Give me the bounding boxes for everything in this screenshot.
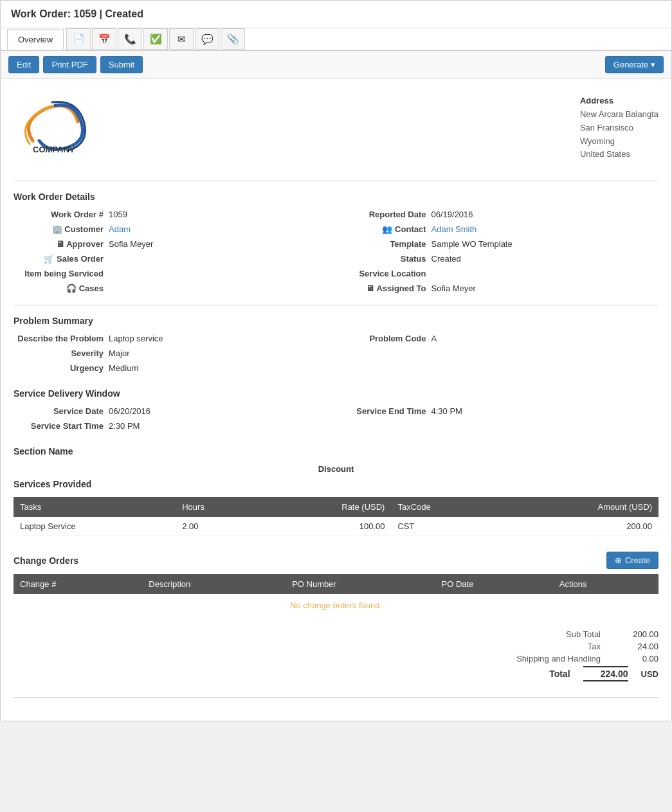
services-table-head: Tasks Hours Rate (USD) TaxCode Amount (U… xyxy=(14,497,658,517)
assigned-to-icon: 🖥 xyxy=(366,284,376,293)
section-divider-1 xyxy=(14,181,658,181)
problem-code-label: Problem Code xyxy=(336,334,426,343)
change-orders-table-body: No change orders found. xyxy=(14,594,658,617)
reported-date-value: 06/19/2016 xyxy=(431,210,473,219)
tasks-header: Tasks xyxy=(14,497,176,517)
attachment-icon-tab[interactable]: 📎 xyxy=(221,28,245,50)
change-orders-table: Change # Description PO Number PO Date A… xyxy=(14,574,658,617)
severity-value: Major xyxy=(109,348,130,358)
customer-row: 🏢 Customer Adam xyxy=(14,224,336,234)
shipping-value: 0.00 xyxy=(613,654,658,663)
taxcode-cell: CST xyxy=(391,517,500,536)
address-line-4: United States xyxy=(580,148,658,161)
chat-icon-tab[interactable]: 💬 xyxy=(195,28,219,50)
urgency-value: Medium xyxy=(109,363,138,373)
customer-value[interactable]: Adam xyxy=(109,224,131,234)
hours-header: Hours xyxy=(176,497,259,517)
work-order-details-title: Work Order Details xyxy=(14,192,658,202)
assigned-to-label: 🖥 Assigned To xyxy=(336,284,426,293)
actions-header: Actions xyxy=(553,574,658,594)
contact-value[interactable]: Adam Smith xyxy=(431,224,477,234)
change-orders-empty-row: No change orders found. xyxy=(14,594,658,617)
service-end-value: 4:30 PM xyxy=(431,406,462,416)
status-value: Created xyxy=(431,254,461,264)
service-date-label: Service Date xyxy=(14,406,104,416)
status-row: Status Created xyxy=(336,254,659,264)
sales-order-icon: 🛒 xyxy=(44,254,57,264)
service-start-row: Service Start Time 2:30 PM xyxy=(14,421,336,431)
plus-circle-icon: ⊕ xyxy=(615,555,622,565)
details-col-left: Work Order # 1059 🏢 Customer Adam 🖥 xyxy=(14,210,336,298)
edit-button[interactable]: Edit xyxy=(8,56,39,73)
generate-button[interactable]: Generate ▾ xyxy=(605,56,664,73)
work-order-details-section: Work Order Details Work Order # 1059 🏢 C… xyxy=(14,192,658,298)
rate-header: Rate (USD) xyxy=(259,497,391,517)
problem-code-row: Problem Code A xyxy=(336,334,659,343)
problem-code-value: A xyxy=(431,334,437,343)
company-logo: COMPANY xyxy=(14,96,97,154)
address-line-1: New Arcara Balangta xyxy=(580,108,658,122)
totals-table: Sub Total 200.00 Tax 24.00 Shipping and … xyxy=(466,629,658,684)
address-line-3: Wyoming xyxy=(580,135,658,149)
tax-value: 24.00 xyxy=(613,642,658,651)
problem-summary-grid: Describe the Problem Laptop service Seve… xyxy=(14,334,658,378)
po-number-header: PO Number xyxy=(286,574,435,594)
page-wrapper: Work Order: 1059 | Created Overview 📄 📅 … xyxy=(0,0,672,721)
customer-label: 🏢 Customer xyxy=(14,224,104,234)
section-name-title: Section Name xyxy=(14,446,658,456)
status-label: Status xyxy=(336,254,426,264)
change-orders-section: Change Orders ⊕ Create Change # Descript… xyxy=(14,552,658,617)
service-delivery-title: Service Delivery Window xyxy=(14,388,658,399)
total-row: Total 224.00 USD xyxy=(466,666,658,681)
services-provided-section: Services Provided Tasks Hours Rate (USD)… xyxy=(14,479,658,536)
severity-label: Severity xyxy=(14,348,104,358)
service-delivery-col-right: Service End Time 4:30 PM xyxy=(336,406,659,436)
assigned-to-row: 🖥 Assigned To Sofia Meyer xyxy=(336,284,659,293)
approver-row: 🖥 Approver Sofia Meyer xyxy=(14,239,336,249)
cases-row: 🎧 Cases xyxy=(14,284,336,293)
approver-label: 🖥 Approver xyxy=(14,239,104,249)
print-pdf-button[interactable]: Print PDF xyxy=(43,56,96,73)
reported-date-label: Reported Date xyxy=(336,210,426,219)
approver-value: Sofia Meyer xyxy=(109,239,153,249)
tab-overview[interactable]: Overview xyxy=(7,29,64,50)
document-icon-tab[interactable]: 📄 xyxy=(66,28,91,50)
services-table-row-0: Laptop Service 2.00 100.00 CST 200.00 xyxy=(14,517,658,536)
email-icon-tab[interactable]: ✉ xyxy=(169,28,194,50)
service-delivery-section: Service Delivery Window Service Date 06/… xyxy=(14,388,658,436)
work-order-number-row: Work Order # 1059 xyxy=(14,210,336,219)
services-table-header-row: Tasks Hours Rate (USD) TaxCode Amount (U… xyxy=(14,497,658,517)
submit-button[interactable]: Submit xyxy=(100,56,143,73)
tax-row: Tax 24.00 xyxy=(466,642,658,651)
problem-col-right: Problem Code A xyxy=(336,334,659,378)
service-delivery-col-left: Service Date 06/20/2016 Service Start Ti… xyxy=(14,406,336,436)
services-table: Tasks Hours Rate (USD) TaxCode Amount (U… xyxy=(14,497,658,536)
amount-cell: 200.00 xyxy=(500,517,658,536)
cases-icon: 🎧 xyxy=(66,284,79,293)
cases-label: 🎧 Cases xyxy=(14,284,104,293)
service-date-row: Service Date 06/20/2016 xyxy=(14,406,336,416)
urgency-row: Urgency Medium xyxy=(14,363,336,373)
template-row: Template Sample WO Template xyxy=(336,239,659,249)
shipping-label: Shipping and Handling xyxy=(498,654,601,663)
totals-section: Sub Total 200.00 Tax 24.00 Shipping and … xyxy=(14,629,658,684)
service-end-label: Service End Time xyxy=(336,406,426,416)
reported-date-row: Reported Date 06/19/2016 xyxy=(336,210,659,219)
contact-label: 👥 Contact xyxy=(336,224,426,234)
section-name-area: Section Name Discount xyxy=(14,446,658,474)
svg-text:COMPANY: COMPANY xyxy=(33,145,75,154)
template-value: Sample WO Template xyxy=(431,239,513,249)
service-delivery-grid: Service Date 06/20/2016 Service Start Ti… xyxy=(14,406,658,436)
item-being-serviced-label: Item being Serviced xyxy=(14,269,104,278)
no-change-orders-message: No change orders found. xyxy=(14,594,658,617)
task-icon-tab[interactable]: ✅ xyxy=(143,28,168,50)
service-date-value: 06/20/2016 xyxy=(109,406,150,416)
subtotal-value: 200.00 xyxy=(613,629,658,639)
header-section: COMPANY Address New Arcara Balangta San … xyxy=(14,89,658,174)
section-divider-2 xyxy=(14,305,658,305)
create-change-order-button[interactable]: ⊕ Create xyxy=(606,552,658,569)
tax-label: Tax xyxy=(498,642,601,651)
calendar-icon-tab[interactable]: 📅 xyxy=(92,28,116,50)
rate-cell: 100.00 xyxy=(259,517,391,536)
phone-icon-tab[interactable]: 📞 xyxy=(118,28,142,50)
